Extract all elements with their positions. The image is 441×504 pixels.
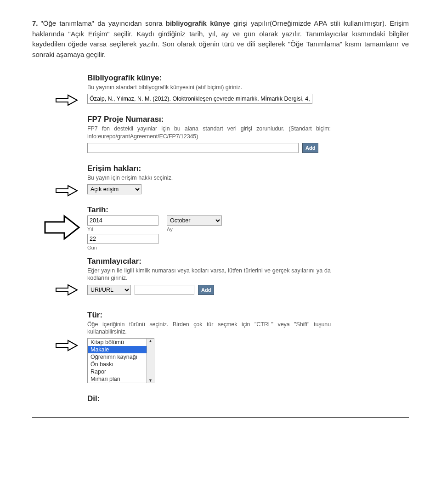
arrow-icon	[55, 339, 78, 352]
type-heading: Tür:	[87, 311, 331, 320]
arrow-icon	[55, 184, 78, 197]
scroll-up-icon[interactable]: ▲	[147, 339, 154, 343]
type-desc: Öğe içeriğinin türünü seçiniz. Birden ço…	[87, 321, 331, 336]
bibliographic-heading: Bibliyografik künye:	[87, 74, 331, 83]
type-listbox[interactable]: Kitap bölümü Makale Öğrenimn kaynağı Ön …	[87, 338, 147, 383]
arrow-icon	[55, 94, 78, 107]
fp7-input[interactable]	[87, 143, 299, 153]
section-identifiers: Tanımlayıcılar: Eğer yayın ile ilgili ki…	[87, 257, 331, 295]
identifier-add-button[interactable]: Add	[198, 285, 214, 295]
arrow-icon	[55, 283, 78, 296]
access-heading: Erişim hakları:	[87, 164, 331, 173]
section-access-rights: Erişim hakları: Bu yayın için erişim hak…	[87, 164, 331, 194]
listbox-scrollbar[interactable]: ▲▼	[147, 338, 154, 383]
year-input[interactable]	[87, 215, 158, 226]
month-select[interactable]: October	[167, 215, 222, 226]
type-option[interactable]: Ön baskı	[88, 361, 147, 368]
instruction-paragraph: 7."Öğe tanımlama" da yayıncıdan sonra bi…	[32, 18, 409, 60]
type-option[interactable]: Öğrenimn kaynağı	[88, 353, 147, 361]
type-option[interactable]: Mimari plan	[88, 375, 147, 383]
identifiers-desc: Eğer yayın ile ilgili kimlik numarası ve…	[87, 267, 331, 282]
section-type: Tür: Öğe içeriğinin türünü seçiniz. Bird…	[87, 311, 331, 384]
arrow-icon	[44, 214, 80, 241]
day-input[interactable]	[87, 234, 158, 244]
list-number: 7.	[32, 19, 38, 27]
access-desc: Bu yayın için erişim hakkı seçiniz.	[87, 174, 331, 181]
day-label: Gün	[87, 245, 331, 250]
section-fp7: FP7 Proje Numarası: FP7 fon destekli yay…	[87, 115, 331, 153]
type-option[interactable]: Rapor	[88, 368, 147, 375]
date-heading: Tarih:	[87, 205, 331, 215]
page-divider	[32, 417, 409, 418]
fp7-desc: FP7 fon destekli yayınlar için bu alana …	[87, 125, 331, 140]
bibliographic-desc: Bu yayının standart bibliyografik künyes…	[87, 84, 331, 91]
section-language: Dil:	[87, 394, 331, 403]
section-bibliographic: Bibliyografik künye: Bu yayının standart…	[87, 74, 331, 104]
fp7-heading: FP7 Proje Numarası:	[87, 115, 331, 124]
type-option-selected[interactable]: Makale	[88, 346, 147, 353]
month-label: Ay	[167, 227, 222, 232]
bibliographic-input[interactable]	[87, 94, 312, 104]
year-label: Yıl	[87, 227, 158, 232]
type-option[interactable]: Kitap bölümü	[88, 339, 147, 346]
access-select[interactable]: Açık erişim	[87, 184, 141, 194]
fp7-add-button[interactable]: Add	[302, 143, 318, 153]
identifier-value-input[interactable]	[135, 285, 194, 295]
scroll-down-icon[interactable]: ▼	[147, 378, 154, 383]
language-heading: Dil:	[87, 394, 331, 403]
identifiers-heading: Tanımlayıcılar:	[87, 257, 331, 266]
form-content: Bibliyografik künye: Bu yayının standart…	[87, 74, 331, 418]
section-date: Tarih: Yıl October Ay Gün	[87, 205, 331, 250]
identifier-type-select[interactable]: URI/URL	[87, 285, 131, 295]
